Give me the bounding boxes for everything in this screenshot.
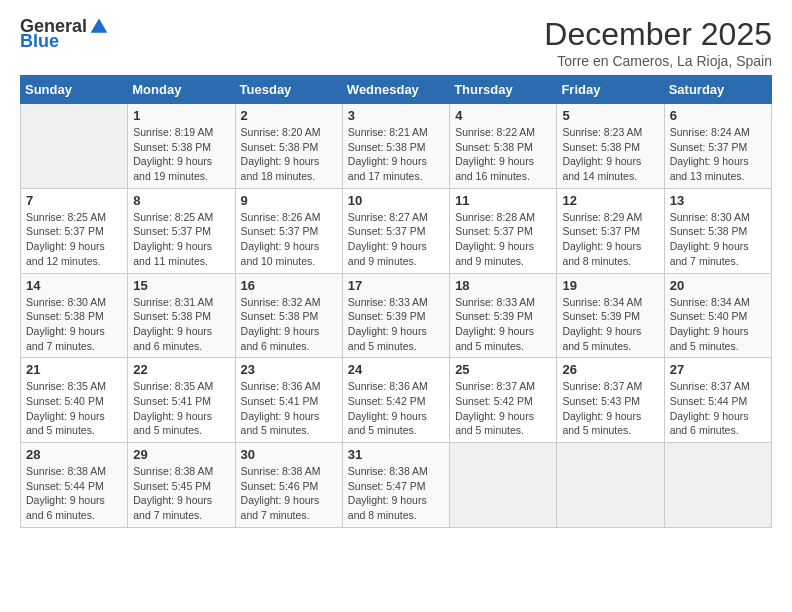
logo-blue: Blue [20,32,59,50]
calendar-cell: 1Sunrise: 8:19 AMSunset: 5:38 PMDaylight… [128,104,235,189]
calendar-cell: 7Sunrise: 8:25 AMSunset: 5:37 PMDaylight… [21,188,128,273]
day-number: 10 [348,193,444,208]
day-detail: Sunrise: 8:19 AMSunset: 5:38 PMDaylight:… [133,125,229,184]
day-detail: Sunrise: 8:33 AMSunset: 5:39 PMDaylight:… [455,295,551,354]
day-detail: Sunrise: 8:23 AMSunset: 5:38 PMDaylight:… [562,125,658,184]
header-thursday: Thursday [450,76,557,104]
day-detail: Sunrise: 8:20 AMSunset: 5:38 PMDaylight:… [241,125,337,184]
calendar-cell [450,443,557,528]
day-number: 7 [26,193,122,208]
day-detail: Sunrise: 8:29 AMSunset: 5:37 PMDaylight:… [562,210,658,269]
day-detail: Sunrise: 8:31 AMSunset: 5:38 PMDaylight:… [133,295,229,354]
day-detail: Sunrise: 8:28 AMSunset: 5:37 PMDaylight:… [455,210,551,269]
calendar-cell: 27Sunrise: 8:37 AMSunset: 5:44 PMDayligh… [664,358,771,443]
day-detail: Sunrise: 8:38 AMSunset: 5:46 PMDaylight:… [241,464,337,523]
day-number: 23 [241,362,337,377]
day-number: 14 [26,278,122,293]
day-number: 13 [670,193,766,208]
day-number: 29 [133,447,229,462]
calendar-cell: 28Sunrise: 8:38 AMSunset: 5:44 PMDayligh… [21,443,128,528]
location-subtitle: Torre en Cameros, La Rioja, Spain [544,53,772,69]
header-wednesday: Wednesday [342,76,449,104]
day-number: 25 [455,362,551,377]
day-number: 8 [133,193,229,208]
calendar-table: SundayMondayTuesdayWednesdayThursdayFrid… [20,75,772,528]
header-friday: Friday [557,76,664,104]
day-detail: Sunrise: 8:32 AMSunset: 5:38 PMDaylight:… [241,295,337,354]
day-number: 18 [455,278,551,293]
calendar-week-row: 21Sunrise: 8:35 AMSunset: 5:40 PMDayligh… [21,358,772,443]
day-number: 20 [670,278,766,293]
calendar-cell [21,104,128,189]
calendar-cell: 25Sunrise: 8:37 AMSunset: 5:42 PMDayligh… [450,358,557,443]
day-detail: Sunrise: 8:25 AMSunset: 5:37 PMDaylight:… [26,210,122,269]
header-sunday: Sunday [21,76,128,104]
day-number: 15 [133,278,229,293]
day-detail: Sunrise: 8:34 AMSunset: 5:39 PMDaylight:… [562,295,658,354]
header-saturday: Saturday [664,76,771,104]
calendar-week-row: 14Sunrise: 8:30 AMSunset: 5:38 PMDayligh… [21,273,772,358]
calendar-cell: 14Sunrise: 8:30 AMSunset: 5:38 PMDayligh… [21,273,128,358]
calendar-cell: 21Sunrise: 8:35 AMSunset: 5:40 PMDayligh… [21,358,128,443]
calendar-cell: 3Sunrise: 8:21 AMSunset: 5:38 PMDaylight… [342,104,449,189]
calendar-cell: 18Sunrise: 8:33 AMSunset: 5:39 PMDayligh… [450,273,557,358]
logo: General Blue [20,16,109,50]
calendar-cell: 30Sunrise: 8:38 AMSunset: 5:46 PMDayligh… [235,443,342,528]
day-number: 2 [241,108,337,123]
svg-marker-0 [91,19,108,33]
logo-icon [89,16,109,36]
day-number: 16 [241,278,337,293]
calendar-header-row: SundayMondayTuesdayWednesdayThursdayFrid… [21,76,772,104]
calendar-cell: 17Sunrise: 8:33 AMSunset: 5:39 PMDayligh… [342,273,449,358]
day-number: 4 [455,108,551,123]
day-detail: Sunrise: 8:36 AMSunset: 5:42 PMDaylight:… [348,379,444,438]
day-number: 22 [133,362,229,377]
calendar-cell: 12Sunrise: 8:29 AMSunset: 5:37 PMDayligh… [557,188,664,273]
calendar-week-row: 1Sunrise: 8:19 AMSunset: 5:38 PMDaylight… [21,104,772,189]
day-detail: Sunrise: 8:22 AMSunset: 5:38 PMDaylight:… [455,125,551,184]
calendar-cell: 29Sunrise: 8:38 AMSunset: 5:45 PMDayligh… [128,443,235,528]
day-detail: Sunrise: 8:36 AMSunset: 5:41 PMDaylight:… [241,379,337,438]
day-detail: Sunrise: 8:25 AMSunset: 5:37 PMDaylight:… [133,210,229,269]
calendar-cell: 6Sunrise: 8:24 AMSunset: 5:37 PMDaylight… [664,104,771,189]
day-detail: Sunrise: 8:37 AMSunset: 5:42 PMDaylight:… [455,379,551,438]
day-number: 17 [348,278,444,293]
day-number: 28 [26,447,122,462]
calendar-cell: 24Sunrise: 8:36 AMSunset: 5:42 PMDayligh… [342,358,449,443]
calendar-cell: 19Sunrise: 8:34 AMSunset: 5:39 PMDayligh… [557,273,664,358]
day-number: 24 [348,362,444,377]
day-detail: Sunrise: 8:37 AMSunset: 5:43 PMDaylight:… [562,379,658,438]
day-detail: Sunrise: 8:33 AMSunset: 5:39 PMDaylight:… [348,295,444,354]
calendar-cell: 26Sunrise: 8:37 AMSunset: 5:43 PMDayligh… [557,358,664,443]
day-number: 19 [562,278,658,293]
day-number: 3 [348,108,444,123]
day-number: 26 [562,362,658,377]
page-header: General Blue December 2025 Torre en Came… [20,16,772,69]
calendar-cell [664,443,771,528]
day-detail: Sunrise: 8:30 AMSunset: 5:38 PMDaylight:… [670,210,766,269]
calendar-cell [557,443,664,528]
day-number: 5 [562,108,658,123]
day-number: 31 [348,447,444,462]
day-number: 9 [241,193,337,208]
calendar-cell: 20Sunrise: 8:34 AMSunset: 5:40 PMDayligh… [664,273,771,358]
day-detail: Sunrise: 8:38 AMSunset: 5:45 PMDaylight:… [133,464,229,523]
header-monday: Monday [128,76,235,104]
day-detail: Sunrise: 8:38 AMSunset: 5:47 PMDaylight:… [348,464,444,523]
calendar-cell: 9Sunrise: 8:26 AMSunset: 5:37 PMDaylight… [235,188,342,273]
day-number: 11 [455,193,551,208]
calendar-cell: 13Sunrise: 8:30 AMSunset: 5:38 PMDayligh… [664,188,771,273]
calendar-cell: 10Sunrise: 8:27 AMSunset: 5:37 PMDayligh… [342,188,449,273]
day-detail: Sunrise: 8:26 AMSunset: 5:37 PMDaylight:… [241,210,337,269]
day-detail: Sunrise: 8:35 AMSunset: 5:40 PMDaylight:… [26,379,122,438]
calendar-cell: 23Sunrise: 8:36 AMSunset: 5:41 PMDayligh… [235,358,342,443]
calendar-cell: 8Sunrise: 8:25 AMSunset: 5:37 PMDaylight… [128,188,235,273]
day-number: 1 [133,108,229,123]
calendar-cell: 4Sunrise: 8:22 AMSunset: 5:38 PMDaylight… [450,104,557,189]
day-number: 21 [26,362,122,377]
day-detail: Sunrise: 8:38 AMSunset: 5:44 PMDaylight:… [26,464,122,523]
calendar-cell: 22Sunrise: 8:35 AMSunset: 5:41 PMDayligh… [128,358,235,443]
calendar-week-row: 28Sunrise: 8:38 AMSunset: 5:44 PMDayligh… [21,443,772,528]
calendar-cell: 15Sunrise: 8:31 AMSunset: 5:38 PMDayligh… [128,273,235,358]
day-detail: Sunrise: 8:34 AMSunset: 5:40 PMDaylight:… [670,295,766,354]
